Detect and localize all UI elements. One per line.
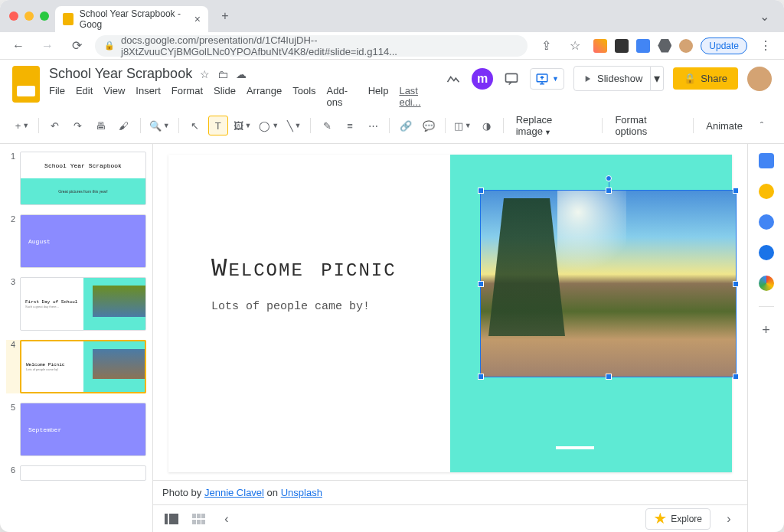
forward-button[interactable]: → [37, 35, 58, 57]
border-color-button[interactable]: ✎ [317, 116, 337, 135]
menu-slide[interactable]: Slide [214, 85, 236, 108]
speaker-notes[interactable]: Photo by Jennie Clavel on Unsplash [153, 480, 747, 504]
select-tool[interactable]: ↖ [185, 116, 205, 135]
menu-format[interactable]: Format [172, 85, 203, 108]
back-button[interactable]: ← [8, 35, 29, 57]
thumbnail-3[interactable]: 3 First Day of SchoolSuch a great day th… [6, 277, 146, 331]
zoom-button[interactable]: 🔍▼ [147, 116, 172, 135]
resize-handle-nw[interactable] [478, 188, 484, 194]
slides-logo[interactable] [12, 66, 40, 103]
slide-subtitle-text[interactable]: Lots of people came by! [211, 300, 370, 313]
new-tab-button[interactable]: + [214, 5, 236, 27]
extensions-menu-icon[interactable] [658, 39, 671, 53]
maximize-window[interactable] [40, 11, 49, 21]
activity-icon[interactable] [444, 70, 462, 88]
maps-icon[interactable] [759, 276, 774, 291]
grid-view-button[interactable] [190, 512, 208, 526]
menu-addons[interactable]: Add-ons [327, 85, 358, 108]
filmstrip-view-button[interactable] [162, 512, 181, 526]
comment-button[interactable]: 💬 [419, 116, 439, 135]
contacts-icon[interactable] [759, 245, 774, 260]
add-addon-icon[interactable]: + [759, 322, 774, 338]
bookmark-icon[interactable]: ☆ [564, 35, 586, 57]
animate-button[interactable]: Animate [700, 117, 749, 135]
shape-tool[interactable]: ◯▼ [256, 116, 281, 135]
cloud-status-icon[interactable]: ☁ [236, 68, 247, 80]
close-tab-icon[interactable]: × [194, 13, 201, 25]
link-button[interactable]: 🔗 [396, 116, 416, 135]
resize-handle-ne[interactable] [733, 188, 739, 194]
user-avatar[interactable] [747, 67, 772, 91]
mask-button[interactable]: ◑ [477, 116, 497, 135]
photo-source-link[interactable]: Unsplash [281, 487, 322, 498]
resize-handle-n[interactable] [606, 188, 612, 194]
menu-arrange[interactable]: Arrange [247, 85, 282, 108]
border-weight-button[interactable]: ≡ [340, 116, 360, 135]
replace-image-button[interactable]: Replace image▼ [510, 111, 596, 140]
resize-handle-se[interactable] [733, 374, 739, 380]
menu-tools[interactable]: Tools [292, 85, 315, 108]
slide-title-text[interactable]: Welcome picnic [211, 254, 397, 283]
share-url-icon[interactable]: ⇪ [535, 35, 557, 57]
format-options-button[interactable]: Format options [609, 111, 687, 140]
menu-edit[interactable]: Edit [76, 85, 93, 108]
address-bar[interactable]: 🔒 docs.google.com/presentation/d/1Cf4Iuj… [95, 35, 528, 57]
present-dropdown[interactable]: ▼ [530, 68, 564, 90]
slideshow-dropdown[interactable]: ▾ [651, 66, 664, 91]
chrome-menu-icon[interactable]: ⋮ [755, 35, 776, 57]
close-window[interactable] [9, 11, 18, 21]
keep-icon[interactable] [759, 184, 774, 199]
border-dash-button[interactable]: ⋯ [363, 116, 383, 135]
selected-image[interactable] [480, 190, 737, 377]
extension-3-icon[interactable] [636, 39, 650, 53]
print-button[interactable]: 🖶 [91, 116, 111, 135]
image-tool[interactable]: 🖼▼ [231, 116, 254, 135]
reload-button[interactable]: ⟳ [66, 35, 87, 57]
expand-tabs-icon[interactable]: ⌄ [753, 5, 775, 27]
photo-author-link[interactable]: Jennie Clavel [204, 487, 264, 498]
crop-button[interactable]: ◫▼ [452, 116, 474, 135]
thumbnail-2[interactable]: 2 August [6, 214, 146, 268]
thumbnail-1[interactable]: 1 School Year Scrapbook Great pictures f… [6, 152, 146, 205]
new-slide-button[interactable]: +▼ [12, 116, 32, 135]
menu-view[interactable]: View [103, 85, 125, 108]
extension-1-icon[interactable] [593, 39, 607, 53]
resize-handle-w[interactable] [478, 281, 484, 287]
side-panel-toggle-icon[interactable]: › [720, 512, 738, 526]
slideshow-button[interactable]: Slideshow [573, 66, 651, 91]
mote-extension-icon[interactable]: m [472, 68, 493, 90]
update-button[interactable]: Update [701, 38, 747, 54]
menu-insert[interactable]: Insert [136, 85, 161, 108]
tasks-icon[interactable] [759, 214, 774, 230]
share-button[interactable]: 🔒 Share [673, 67, 738, 90]
star-icon[interactable]: ☆ [200, 68, 210, 80]
comments-icon[interactable] [502, 70, 521, 88]
resize-handle-s[interactable] [606, 374, 612, 380]
collapse-toolbar-icon[interactable]: ˆ [752, 116, 772, 135]
filmstrip[interactable]: 1 School Year Scrapbook Great pictures f… [0, 144, 153, 532]
calendar-icon[interactable] [759, 153, 774, 168]
document-title[interactable]: School Year Scrapbook [49, 66, 192, 82]
menu-file[interactable]: File [49, 85, 65, 108]
paint-format-button[interactable]: 🖌 [114, 116, 134, 135]
rotate-handle[interactable] [606, 175, 612, 181]
resize-handle-sw[interactable] [478, 374, 484, 380]
collapse-filmstrip-icon[interactable]: ‹ [217, 512, 236, 526]
explore-button[interactable]: Explore [645, 508, 710, 530]
window-controls[interactable] [9, 11, 49, 21]
thumbnail-6[interactable]: 6 [6, 465, 146, 481]
slide-canvas[interactable]: Welcome picnic Lots of people came by! [168, 155, 732, 472]
menu-help[interactable]: Help [368, 85, 389, 108]
textbox-tool[interactable]: T [208, 116, 228, 135]
extension-2-icon[interactable] [615, 39, 629, 53]
last-edit-link[interactable]: Last edi... [399, 85, 435, 108]
thumbnail-4[interactable]: 4 Welcome PicnicLots of people came by! [6, 340, 146, 393]
resize-handle-e[interactable] [733, 281, 739, 287]
line-tool[interactable]: ╲▼ [284, 116, 304, 135]
minimize-window[interactable] [24, 11, 34, 21]
undo-button[interactable]: ↶ [45, 116, 65, 135]
browser-tab[interactable]: School Year Scrapbook - Goog × [55, 6, 208, 32]
redo-button[interactable]: ↷ [68, 116, 88, 135]
profile-avatar-icon[interactable] [679, 39, 693, 53]
move-icon[interactable]: 🗀 [217, 68, 228, 80]
